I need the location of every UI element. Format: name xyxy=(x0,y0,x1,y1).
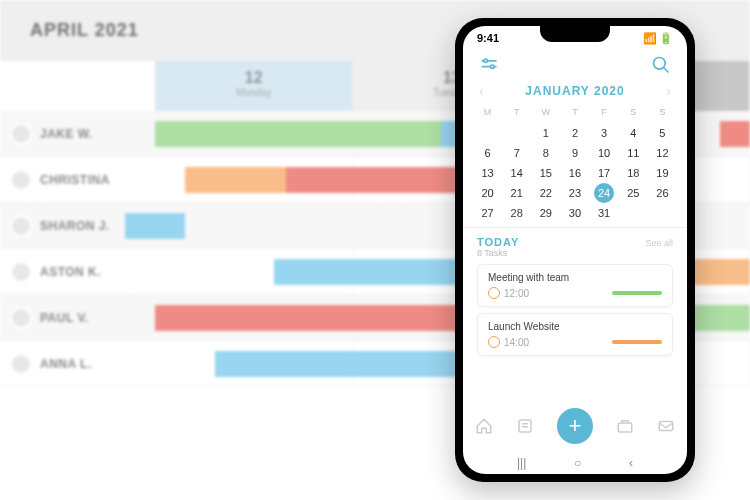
svg-line-5 xyxy=(664,68,669,73)
home-icon[interactable] xyxy=(475,417,493,435)
back-button[interactable]: ‹ xyxy=(629,456,633,470)
calendar-date[interactable]: 25 xyxy=(619,183,648,203)
task-title: Meeting with team xyxy=(488,272,662,283)
person-name: ASTON K. xyxy=(40,265,101,279)
calendar-date[interactable]: 22 xyxy=(531,183,560,203)
calendar-date[interactable]: 13 xyxy=(473,163,502,183)
task-bar[interactable] xyxy=(155,121,441,147)
calendar-date[interactable]: 30 xyxy=(560,203,589,223)
today-label: TODAY xyxy=(477,236,519,248)
svg-point-4 xyxy=(654,58,666,70)
battery-icon: 🔋 xyxy=(659,32,673,45)
task-bar[interactable] xyxy=(720,121,750,147)
calendar-date[interactable]: 23 xyxy=(560,183,589,203)
calendar-date xyxy=(473,123,502,143)
weekday-row: MTWTFSS xyxy=(463,101,687,123)
svg-rect-9 xyxy=(618,423,632,432)
calendar-date[interactable]: 29 xyxy=(531,203,560,223)
task-bar[interactable] xyxy=(691,259,751,285)
search-icon[interactable] xyxy=(651,55,671,75)
mail-icon[interactable] xyxy=(657,417,675,435)
list-icon[interactable] xyxy=(516,417,534,435)
day-header[interactable]: 12Monday xyxy=(155,61,353,111)
calendar-date[interactable]: 8 xyxy=(531,143,560,163)
calendar-month: JANUARY 2020 xyxy=(525,84,624,98)
person-name: CHRISTINA xyxy=(40,173,110,187)
calendar-date xyxy=(619,203,648,223)
avatar xyxy=(10,169,32,191)
calendar-date[interactable]: 3 xyxy=(590,123,619,143)
task-time: 14:00 xyxy=(504,337,529,348)
person-name: ANNA L. xyxy=(40,357,92,371)
home-button[interactable]: ○ xyxy=(574,456,581,470)
phone-notch xyxy=(540,26,610,42)
calendar-date[interactable]: 24 xyxy=(590,183,619,203)
task-bar[interactable] xyxy=(125,213,185,239)
avatar xyxy=(10,261,32,283)
task-time: 12:00 xyxy=(504,288,529,299)
calendar-date[interactable]: 26 xyxy=(648,183,677,203)
task-title: Launch Website xyxy=(488,321,662,332)
svg-point-2 xyxy=(484,59,487,62)
next-month[interactable]: › xyxy=(666,83,671,99)
add-button[interactable]: + xyxy=(557,408,593,444)
task-card[interactable]: Meeting with team 12:00 xyxy=(477,264,673,307)
svg-point-3 xyxy=(491,65,494,68)
dates-grid: 1234567891011121314151617181920212223242… xyxy=(463,123,687,223)
calendar-date[interactable]: 1 xyxy=(531,123,560,143)
task-count: 8 Tasks xyxy=(477,248,673,258)
calendar-date[interactable]: 20 xyxy=(473,183,502,203)
calendar-date[interactable]: 4 xyxy=(619,123,648,143)
calendar-date[interactable]: 2 xyxy=(560,123,589,143)
task-card[interactable]: Launch Website 14:00 xyxy=(477,313,673,356)
avatar xyxy=(10,353,32,375)
task-bar[interactable] xyxy=(286,167,465,193)
status-icons: 📶 🔋 xyxy=(643,32,673,45)
recent-button[interactable]: ||| xyxy=(517,456,526,470)
calendar-date[interactable]: 27 xyxy=(473,203,502,223)
calendar-date[interactable]: 17 xyxy=(590,163,619,183)
person-name: SHARON J. xyxy=(40,219,110,233)
avatar xyxy=(10,123,32,145)
clock-icon xyxy=(488,287,500,299)
status-time: 9:41 xyxy=(477,32,499,45)
calendar-date[interactable]: 11 xyxy=(619,143,648,163)
calendar-date[interactable]: 21 xyxy=(502,183,531,203)
filter-icon[interactable] xyxy=(479,55,499,75)
calendar-date[interactable]: 15 xyxy=(531,163,560,183)
briefcase-icon[interactable] xyxy=(616,417,634,435)
calendar-date[interactable]: 9 xyxy=(560,143,589,163)
avatar xyxy=(10,307,32,329)
person-name: PAUL V. xyxy=(40,311,89,325)
calendar-date[interactable]: 28 xyxy=(502,203,531,223)
see-all-link[interactable]: See all xyxy=(645,238,673,248)
calendar-date[interactable]: 16 xyxy=(560,163,589,183)
task-progress xyxy=(612,340,662,344)
task-progress xyxy=(612,291,662,295)
android-nav: ||| ○ ‹ xyxy=(463,450,687,474)
calendar-date[interactable]: 6 xyxy=(473,143,502,163)
calendar-date[interactable]: 12 xyxy=(648,143,677,163)
calendar-date[interactable]: 10 xyxy=(590,143,619,163)
phone-frame: 9:41 📶 🔋 ‹ JANUARY 2020 › MTWTFSS 123456… xyxy=(455,18,695,482)
svg-rect-10 xyxy=(660,422,674,431)
calendar-date xyxy=(648,203,677,223)
avatar xyxy=(10,215,32,237)
calendar-date[interactable]: 19 xyxy=(648,163,677,183)
calendar-date[interactable]: 14 xyxy=(502,163,531,183)
calendar-date[interactable]: 5 xyxy=(648,123,677,143)
phone-screen: 9:41 📶 🔋 ‹ JANUARY 2020 › MTWTFSS 123456… xyxy=(463,26,687,474)
calendar-date[interactable]: 31 xyxy=(590,203,619,223)
calendar-date xyxy=(502,123,531,143)
calendar-date[interactable]: 7 xyxy=(502,143,531,163)
calendar-date[interactable]: 18 xyxy=(619,163,648,183)
clock-icon xyxy=(488,336,500,348)
bottom-nav: + xyxy=(463,400,687,450)
person-name: JAKE W. xyxy=(40,127,93,141)
prev-month[interactable]: ‹ xyxy=(479,83,484,99)
signal-icon: 📶 xyxy=(643,32,657,45)
task-bar[interactable] xyxy=(185,167,286,193)
